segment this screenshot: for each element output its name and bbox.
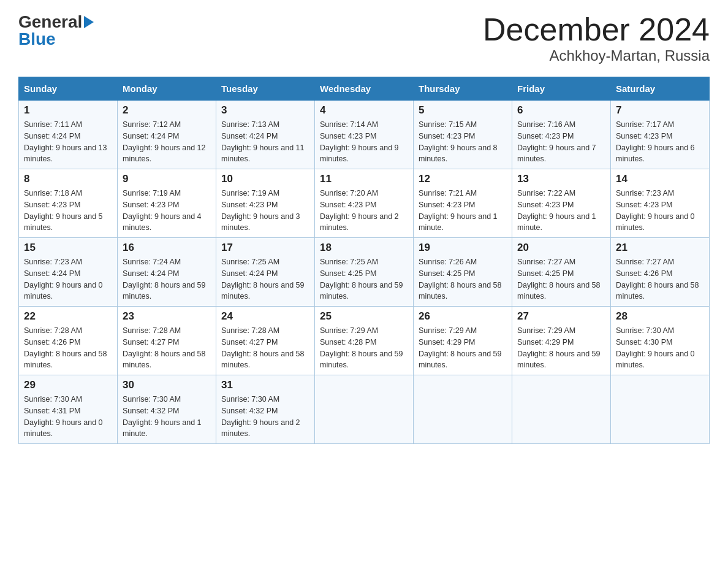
calendar-cell: 13 Sunrise: 7:22 AMSunset: 4:23 PMDaylig…: [512, 169, 611, 238]
day-info: Sunrise: 7:20 AMSunset: 4:23 PMDaylight:…: [320, 188, 408, 234]
calendar-cell: 21 Sunrise: 7:27 AMSunset: 4:26 PMDaylig…: [611, 238, 710, 307]
day-info: Sunrise: 7:16 AMSunset: 4:23 PMDaylight:…: [517, 119, 605, 165]
day-info: Sunrise: 7:23 AMSunset: 4:24 PMDaylight:…: [24, 256, 112, 302]
page-header: General Blue December 2024 Achkhoy-Marta…: [18, 12, 710, 64]
calendar-cell: 20 Sunrise: 7:27 AMSunset: 4:25 PMDaylig…: [512, 238, 611, 307]
calendar-cell: 19 Sunrise: 7:26 AMSunset: 4:25 PMDaylig…: [414, 238, 512, 307]
day-info: Sunrise: 7:24 AMSunset: 4:24 PMDaylight:…: [123, 256, 211, 302]
day-info: Sunrise: 7:12 AMSunset: 4:24 PMDaylight:…: [123, 119, 211, 165]
day-info: Sunrise: 7:30 AMSunset: 4:31 PMDaylight:…: [24, 394, 112, 440]
day-number: 27: [517, 310, 605, 323]
calendar-cell: 8 Sunrise: 7:18 AMSunset: 4:23 PMDayligh…: [19, 169, 118, 238]
day-number: 18: [320, 242, 408, 254]
day-number: 23: [123, 310, 211, 323]
day-info: Sunrise: 7:23 AMSunset: 4:23 PMDaylight:…: [616, 188, 704, 234]
day-info: Sunrise: 7:19 AMSunset: 4:23 PMDaylight:…: [221, 188, 309, 234]
header-thursday: Thursday: [414, 77, 512, 101]
calendar-cell: 5 Sunrise: 7:15 AMSunset: 4:23 PMDayligh…: [414, 101, 512, 169]
calendar-cell: 3 Sunrise: 7:13 AMSunset: 4:24 PMDayligh…: [216, 101, 315, 169]
day-number: 13: [517, 173, 605, 185]
header-wednesday: Wednesday: [315, 77, 414, 101]
calendar-cell: 12 Sunrise: 7:21 AMSunset: 4:23 PMDaylig…: [414, 169, 512, 238]
day-number: 12: [419, 173, 507, 185]
calendar-cell: [611, 375, 710, 444]
day-info: Sunrise: 7:14 AMSunset: 4:23 PMDaylight:…: [320, 119, 408, 165]
day-number: 5: [419, 104, 507, 117]
calendar-cell: 31 Sunrise: 7:30 AMSunset: 4:32 PMDaylig…: [216, 375, 315, 444]
calendar-cell: [414, 375, 512, 444]
header-monday: Monday: [118, 77, 216, 101]
day-number: 31: [221, 379, 309, 391]
logo-arrow-icon: [84, 16, 94, 28]
day-info: Sunrise: 7:28 AMSunset: 4:27 PMDaylight:…: [123, 325, 211, 371]
calendar-cell: 22 Sunrise: 7:28 AMSunset: 4:26 PMDaylig…: [19, 307, 118, 375]
day-info: Sunrise: 7:15 AMSunset: 4:23 PMDaylight:…: [419, 119, 507, 165]
calendar-cell: 16 Sunrise: 7:24 AMSunset: 4:24 PMDaylig…: [118, 238, 216, 307]
calendar-cell: 6 Sunrise: 7:16 AMSunset: 4:23 PMDayligh…: [512, 101, 611, 169]
day-number: 21: [616, 242, 704, 254]
calendar-week-row: 22 Sunrise: 7:28 AMSunset: 4:26 PMDaylig…: [19, 307, 710, 375]
day-number: 1: [24, 104, 112, 117]
header-friday: Friday: [512, 77, 611, 101]
title-block: December 2024 Achkhoy-Martan, Russia: [483, 12, 710, 64]
calendar-week-row: 8 Sunrise: 7:18 AMSunset: 4:23 PMDayligh…: [19, 169, 710, 238]
day-number: 3: [221, 104, 309, 117]
day-info: Sunrise: 7:22 AMSunset: 4:23 PMDaylight:…: [517, 188, 605, 234]
header-sunday: Sunday: [19, 77, 118, 101]
calendar-cell: 15 Sunrise: 7:23 AMSunset: 4:24 PMDaylig…: [19, 238, 118, 307]
location-title: Achkhoy-Martan, Russia: [483, 47, 710, 64]
calendar-cell: 23 Sunrise: 7:28 AMSunset: 4:27 PMDaylig…: [118, 307, 216, 375]
day-number: 9: [123, 173, 211, 185]
day-info: Sunrise: 7:30 AMSunset: 4:30 PMDaylight:…: [616, 325, 704, 371]
day-info: Sunrise: 7:26 AMSunset: 4:25 PMDaylight:…: [419, 256, 507, 302]
day-number: 10: [221, 173, 309, 185]
calendar-cell: 11 Sunrise: 7:20 AMSunset: 4:23 PMDaylig…: [315, 169, 414, 238]
day-info: Sunrise: 7:18 AMSunset: 4:23 PMDaylight:…: [24, 188, 112, 234]
day-number: 19: [419, 242, 507, 254]
calendar-header-row: SundayMondayTuesdayWednesdayThursdayFrid…: [19, 77, 710, 101]
day-number: 25: [320, 310, 408, 323]
calendar-week-row: 29 Sunrise: 7:30 AMSunset: 4:31 PMDaylig…: [19, 375, 710, 444]
calendar-cell: 28 Sunrise: 7:30 AMSunset: 4:30 PMDaylig…: [611, 307, 710, 375]
day-number: 15: [24, 242, 112, 254]
calendar-week-row: 15 Sunrise: 7:23 AMSunset: 4:24 PMDaylig…: [19, 238, 710, 307]
day-number: 4: [320, 104, 408, 117]
month-title: December 2024: [483, 12, 710, 47]
calendar-cell: 9 Sunrise: 7:19 AMSunset: 4:23 PMDayligh…: [118, 169, 216, 238]
header-tuesday: Tuesday: [216, 77, 315, 101]
day-number: 14: [616, 173, 704, 185]
day-info: Sunrise: 7:25 AMSunset: 4:24 PMDaylight:…: [221, 256, 309, 302]
day-info: Sunrise: 7:11 AMSunset: 4:24 PMDaylight:…: [24, 119, 112, 165]
day-info: Sunrise: 7:25 AMSunset: 4:25 PMDaylight:…: [320, 256, 408, 302]
calendar-cell: 27 Sunrise: 7:29 AMSunset: 4:29 PMDaylig…: [512, 307, 611, 375]
day-number: 26: [419, 310, 507, 323]
day-number: 6: [517, 104, 605, 117]
day-info: Sunrise: 7:27 AMSunset: 4:25 PMDaylight:…: [517, 256, 605, 302]
day-number: 20: [517, 242, 605, 254]
day-info: Sunrise: 7:13 AMSunset: 4:24 PMDaylight:…: [221, 119, 309, 165]
calendar-week-row: 1 Sunrise: 7:11 AMSunset: 4:24 PMDayligh…: [19, 101, 710, 169]
calendar-cell: [512, 375, 611, 444]
day-info: Sunrise: 7:30 AMSunset: 4:32 PMDaylight:…: [123, 394, 211, 440]
calendar-cell: 14 Sunrise: 7:23 AMSunset: 4:23 PMDaylig…: [611, 169, 710, 238]
calendar-cell: 24 Sunrise: 7:28 AMSunset: 4:27 PMDaylig…: [216, 307, 315, 375]
calendar-cell: 10 Sunrise: 7:19 AMSunset: 4:23 PMDaylig…: [216, 169, 315, 238]
day-info: Sunrise: 7:28 AMSunset: 4:26 PMDaylight:…: [24, 325, 112, 371]
day-info: Sunrise: 7:28 AMSunset: 4:27 PMDaylight:…: [221, 325, 309, 371]
day-info: Sunrise: 7:19 AMSunset: 4:23 PMDaylight:…: [123, 188, 211, 234]
calendar-cell: 18 Sunrise: 7:25 AMSunset: 4:25 PMDaylig…: [315, 238, 414, 307]
calendar-cell: 29 Sunrise: 7:30 AMSunset: 4:31 PMDaylig…: [19, 375, 118, 444]
calendar-cell: 4 Sunrise: 7:14 AMSunset: 4:23 PMDayligh…: [315, 101, 414, 169]
day-number: 30: [123, 379, 211, 391]
logo-blue-text: Blue: [18, 29, 94, 49]
calendar-cell: 25 Sunrise: 7:29 AMSunset: 4:28 PMDaylig…: [315, 307, 414, 375]
day-number: 11: [320, 173, 408, 185]
calendar-cell: 30 Sunrise: 7:30 AMSunset: 4:32 PMDaylig…: [118, 375, 216, 444]
day-number: 8: [24, 173, 112, 185]
calendar-cell: [315, 375, 414, 444]
day-number: 28: [616, 310, 704, 323]
day-number: 29: [24, 379, 112, 391]
day-number: 17: [221, 242, 309, 254]
day-info: Sunrise: 7:29 AMSunset: 4:29 PMDaylight:…: [419, 325, 507, 371]
day-number: 2: [123, 104, 211, 117]
